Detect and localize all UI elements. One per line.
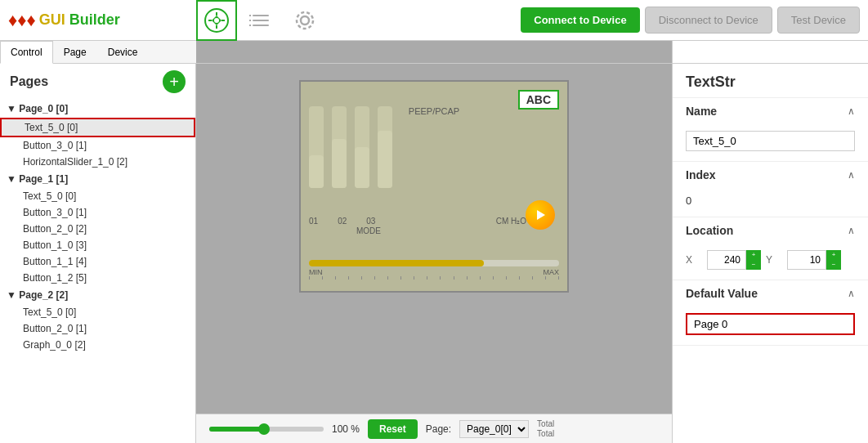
cm-h2o-label: CM H₂O bbox=[496, 217, 526, 226]
tree-item-p1-button30[interactable]: Button_3_0 [1] bbox=[0, 204, 195, 221]
x-increment[interactable]: + bbox=[746, 250, 761, 260]
svg-rect-9 bbox=[249, 15, 251, 16]
tree-item-p2-text50[interactable]: Text_5_0 [0] bbox=[0, 304, 195, 320]
mode-labels: 01 02 03 bbox=[309, 217, 375, 226]
svg-rect-6 bbox=[253, 15, 269, 16]
vslider-2[interactable] bbox=[332, 106, 347, 188]
mode-text: MODE bbox=[356, 226, 381, 235]
section-default-content bbox=[673, 307, 868, 345]
progress-bar[interactable] bbox=[209, 427, 324, 432]
section-location: Location ∧ X + − Y bbox=[673, 217, 868, 280]
tree-item-p1-button11[interactable]: Button_1_1 [4] bbox=[0, 253, 195, 270]
tree-group-page0[interactable]: ▼ Page_0 [0] bbox=[0, 100, 195, 118]
logo-text: GUI Builder bbox=[39, 11, 120, 29]
vslider-1[interactable] bbox=[309, 106, 324, 188]
canvas-area: ABC PEEP/PCAP CM H₂O 01 02 03 bbox=[196, 64, 672, 443]
section-location-content: X + − Y + bbox=[673, 244, 868, 280]
y-increment[interactable]: + bbox=[826, 250, 841, 260]
device-screen: ABC PEEP/PCAP CM H₂O 01 02 03 bbox=[299, 80, 569, 293]
zoom-label: 100 % bbox=[332, 423, 360, 435]
sidebar: Pages + ▼ Page_0 [0] Text_5_0 [0] Button… bbox=[0, 64, 196, 443]
x-decrement[interactable]: − bbox=[746, 260, 761, 270]
y-label: Y bbox=[766, 254, 782, 266]
horiz-slider[interactable] bbox=[309, 260, 559, 266]
tree-item-p1-button20[interactable]: Button_2_0 [2] bbox=[0, 221, 195, 237]
nav-settings-button[interactable] bbox=[284, 0, 325, 41]
tree-item-p1-button12[interactable]: Button_1_2 [5] bbox=[0, 270, 195, 286]
nav-icons bbox=[196, 0, 325, 41]
logo: ♦♦♦ GUI Builder bbox=[0, 10, 196, 31]
x-stepper: + − bbox=[707, 250, 761, 270]
sidebar-title: Pages bbox=[10, 74, 48, 89]
svg-rect-10 bbox=[249, 20, 251, 21]
logo-icon: ♦♦♦ bbox=[8, 10, 36, 31]
disconnect-button[interactable]: Disconnect to Device bbox=[645, 7, 772, 34]
test-button[interactable]: Test Device bbox=[777, 7, 860, 34]
section-location-header[interactable]: Location ∧ bbox=[673, 217, 868, 244]
gear-icon bbox=[292, 7, 318, 34]
y-input[interactable] bbox=[787, 250, 826, 270]
vslider-3[interactable] bbox=[355, 106, 369, 188]
tab-page[interactable]: Page bbox=[53, 41, 97, 63]
tree-group-page2[interactable]: ▼ Page_2 [2] bbox=[0, 286, 195, 304]
location-xy-row: X + − Y + bbox=[686, 250, 855, 270]
section-name-content bbox=[673, 124, 868, 161]
tree-item-p2-graph00[interactable]: Graph_0_0 [2] bbox=[0, 337, 195, 353]
section-index-content: 0 bbox=[673, 188, 868, 217]
right-panel: TextStr Name ∧ Index ∧ 0 bbox=[672, 64, 868, 443]
tree-item-p1-text50[interactable]: Text_5_0 [0] bbox=[0, 188, 195, 204]
tab-control[interactable]: Control bbox=[0, 41, 53, 64]
play-icon bbox=[532, 207, 548, 223]
main-area: Pages + ▼ Page_0 [0] Text_5_0 [0] Button… bbox=[0, 64, 868, 443]
svg-rect-8 bbox=[253, 25, 269, 26]
max-label: MAX bbox=[543, 268, 559, 276]
panel-title: TextStr bbox=[673, 64, 868, 98]
sidebar-header: Pages + bbox=[0, 64, 195, 100]
section-index: Index ∧ 0 bbox=[673, 162, 868, 217]
header: ♦♦♦ GUI Builder bbox=[0, 0, 868, 41]
svg-point-1 bbox=[214, 18, 219, 23]
tree-item-text50[interactable]: Text_5_0 [0] bbox=[0, 118, 195, 137]
default-value-input[interactable] bbox=[686, 313, 855, 335]
svg-marker-14 bbox=[537, 210, 545, 220]
grid-icon bbox=[204, 7, 230, 34]
section-index-header[interactable]: Index ∧ bbox=[673, 162, 868, 188]
tree-item-hslider10[interactable]: HorizontalSlider_1_0 [2] bbox=[0, 154, 195, 170]
name-input[interactable] bbox=[686, 131, 855, 151]
svg-rect-7 bbox=[253, 20, 269, 21]
peep-label: PEEP/PCAP bbox=[409, 106, 459, 116]
page-select[interactable]: Page_0[0] Page_1[1] Page_2[2] bbox=[459, 420, 529, 438]
header-actions: Connect to Device Disconnect to Device T… bbox=[521, 7, 868, 34]
total-label: TotalTotal bbox=[537, 419, 554, 439]
page-label: Page: bbox=[426, 423, 451, 435]
tree-group-page1[interactable]: ▼ Page_1 [1] bbox=[0, 170, 195, 188]
reset-button[interactable]: Reset bbox=[368, 419, 418, 439]
svg-point-13 bbox=[297, 12, 313, 29]
tick-marks bbox=[309, 276, 559, 283]
section-name: Name ∧ bbox=[673, 98, 868, 162]
vslider-4[interactable] bbox=[378, 106, 392, 188]
index-value: 0 bbox=[686, 191, 691, 210]
tab-device[interactable]: Device bbox=[97, 41, 149, 63]
bottom-bar: 100 % Reset Page: Page_0[0] Page_1[1] Pa… bbox=[196, 414, 672, 443]
tree: ▼ Page_0 [0] Text_5_0 [0] Button_3_0 [1]… bbox=[0, 100, 195, 353]
nav-list-button[interactable] bbox=[240, 0, 281, 41]
section-default-header[interactable]: Default Value ∧ bbox=[673, 280, 868, 307]
min-label: MIN bbox=[309, 268, 323, 276]
connect-button[interactable]: Connect to Device bbox=[521, 7, 639, 33]
section-name-header[interactable]: Name ∧ bbox=[673, 98, 868, 124]
y-decrement[interactable]: − bbox=[826, 260, 841, 270]
tree-item-p2-button20[interactable]: Button_2_0 [1] bbox=[0, 320, 195, 337]
svg-point-12 bbox=[301, 16, 309, 25]
section-default: Default Value ∧ bbox=[673, 280, 868, 346]
svg-rect-11 bbox=[249, 25, 251, 26]
circle-button[interactable] bbox=[526, 200, 555, 230]
list-icon bbox=[248, 7, 274, 34]
vertical-sliders bbox=[309, 90, 392, 188]
tree-item-button30[interactable]: Button_3_0 [1] bbox=[0, 137, 195, 154]
x-input[interactable] bbox=[707, 250, 746, 270]
abc-label: ABC bbox=[518, 90, 559, 110]
add-page-button[interactable]: + bbox=[163, 70, 186, 93]
nav-grid-button[interactable] bbox=[196, 0, 237, 41]
tree-item-p1-button10[interactable]: Button_1_0 [3] bbox=[0, 237, 195, 253]
